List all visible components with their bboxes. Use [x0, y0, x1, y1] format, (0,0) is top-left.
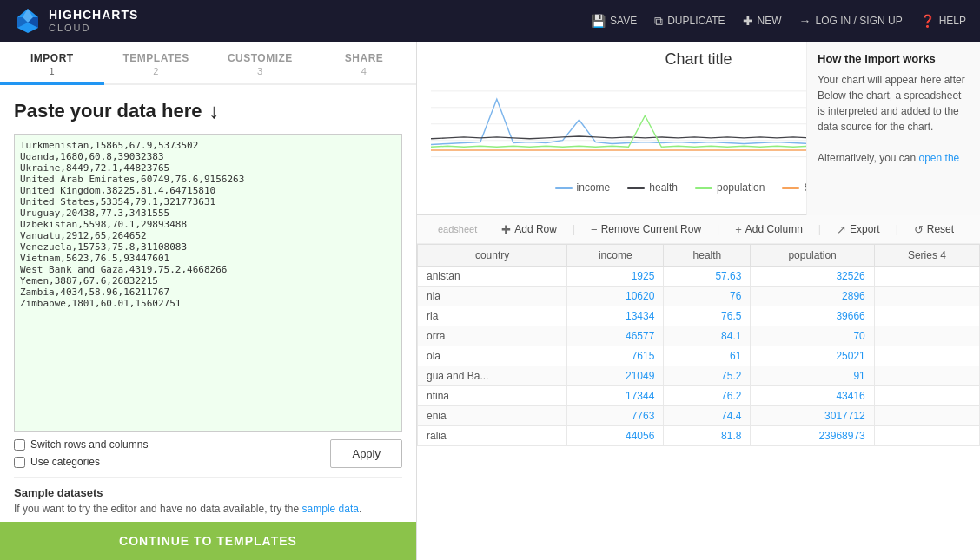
cell-series4	[874, 386, 979, 406]
help-icon: ❓	[920, 14, 935, 28]
sep3: |	[818, 223, 821, 235]
tab-customize[interactable]: CUSTOMIZE 3	[209, 42, 313, 83]
cell-country: nia	[418, 287, 567, 306]
add-row-icon: ✚	[501, 223, 511, 236]
spreadsheet-area[interactable]: eadsheet ✚ Add Row | − Remove Current Ro…	[417, 215, 980, 560]
spreadsheet-label: eadsheet	[427, 221, 487, 238]
cell-population: 91	[751, 366, 874, 386]
legend-health-dot	[627, 187, 645, 189]
sample-datasets-title: Sample datasets	[14, 486, 402, 499]
info-panel: How the import works Your chart will app…	[806, 42, 980, 215]
cell-country: ntina	[418, 386, 567, 406]
spreadsheet-toolbar: eadsheet ✚ Add Row | − Remove Current Ro…	[417, 215, 980, 244]
logo-text: HIGHCHARTS CLOUD	[49, 9, 138, 32]
continue-button[interactable]: CONTINUE TO TEMPLATES	[0, 522, 416, 560]
add-column-button[interactable]: + Add Column	[732, 221, 806, 238]
switch-rows-checkbox[interactable]: Switch rows and columns	[14, 438, 148, 451]
tab-templates[interactable]: TEMPLATES 2	[104, 42, 209, 83]
tab-share[interactable]: SHARE 4	[312, 42, 416, 83]
sample-datasets-desc: If you want to try the editor and have n…	[14, 503, 402, 515]
save-button[interactable]: 💾 SAVE	[591, 14, 637, 28]
use-categories-input[interactable]	[14, 457, 25, 468]
col-country: country	[418, 245, 567, 267]
cell-health: 76.2	[664, 386, 751, 406]
help-label: HELP	[939, 15, 966, 27]
cell-country: ria	[418, 306, 567, 326]
cell-health: 75.2	[664, 366, 751, 386]
duplicate-label: DUPLICATE	[667, 15, 725, 27]
add-column-label: Add Column	[745, 223, 803, 235]
table-row[interactable]: gua and Ba... 21049 75.2 91	[418, 366, 980, 386]
table-row[interactable]: enia 7763 74.4 3017712	[418, 406, 980, 426]
add-row-button[interactable]: ✚ Add Row	[498, 221, 560, 238]
arrow-down-icon: ↓	[209, 99, 219, 123]
table-row[interactable]: nia 10620 76 2896	[418, 287, 980, 306]
table-row[interactable]: ralia 44056 81.8 23968973	[418, 426, 980, 446]
duplicate-button[interactable]: ⧉ DUPLICATE	[654, 14, 725, 29]
cell-country: ralia	[418, 426, 567, 446]
table-row[interactable]: ria 13434 76.5 39666	[418, 306, 980, 326]
add-column-icon: +	[735, 223, 742, 236]
cell-country: gua and Ba...	[418, 366, 567, 386]
cell-country: ola	[418, 346, 567, 366]
table-row[interactable]: ola 7615 61 25021	[418, 346, 980, 366]
sep1: |	[573, 223, 575, 235]
login-button[interactable]: → LOG IN / SIGN UP	[799, 14, 903, 28]
remove-row-icon: −	[591, 223, 598, 236]
main-layout: IMPORT 1 TEMPLATES 2 CUSTOMIZE 3 SHARE 4…	[0, 42, 980, 560]
new-icon: ✚	[743, 14, 753, 28]
export-button[interactable]: ↗ Export	[833, 221, 884, 238]
cell-income: 44056	[567, 426, 664, 446]
switch-rows-input[interactable]	[14, 439, 25, 451]
data-input[interactable]: Turkmenistan,15865,67.9,5373502 Uganda,1…	[14, 134, 402, 432]
help-button[interactable]: ❓ HELP	[920, 14, 966, 28]
table-row[interactable]: ntina 17344 76.2 43416	[418, 386, 980, 406]
reset-label: Reset	[927, 223, 954, 235]
table-row[interactable]: anistan 1925 57.63 32526	[418, 267, 980, 287]
legend-income-dot	[555, 187, 573, 189]
save-label: SAVE	[610, 15, 637, 27]
cell-income: 21049	[567, 366, 664, 386]
cell-income: 1925	[567, 267, 664, 287]
logo-icon	[14, 7, 42, 35]
checkboxes: Switch rows and columns Use categories	[14, 438, 148, 468]
cell-health: 81.8	[664, 426, 751, 446]
paste-title-row: Paste your data here ↓	[14, 99, 402, 123]
new-button[interactable]: ✚ NEW	[743, 14, 782, 28]
add-row-label: Add Row	[514, 223, 557, 235]
legend-income-label: income	[577, 181, 611, 194]
cell-population: 23968973	[751, 426, 874, 446]
cell-population: 43416	[751, 386, 874, 406]
sample-data-link[interactable]: sample data	[302, 503, 359, 515]
legend-income: income	[555, 181, 611, 194]
reset-button[interactable]: ↺ Reset	[910, 221, 957, 238]
apply-button[interactable]: Apply	[330, 439, 402, 468]
table-header-row: country income health population Series …	[418, 245, 980, 267]
nav-actions: 💾 SAVE ⧉ DUPLICATE ✚ NEW → LOG IN / SIGN…	[591, 14, 966, 29]
save-icon: 💾	[591, 14, 606, 28]
cell-health: 84.1	[664, 326, 751, 346]
tab-import[interactable]: IMPORT 1	[0, 42, 104, 83]
info-text1: Your chart will appear here after	[818, 74, 965, 86]
cell-population: 2896	[751, 287, 874, 306]
cell-population: 39666	[751, 306, 874, 326]
info-open-link[interactable]: open the	[919, 152, 960, 164]
cell-series4	[874, 326, 979, 346]
cell-health: 76.5	[664, 306, 751, 326]
data-table: country income health population Series …	[417, 244, 980, 446]
remove-row-button[interactable]: − Remove Current Row	[587, 221, 705, 238]
cell-income: 10620	[567, 287, 664, 306]
info-text2: Below the chart, a spreadsheet	[818, 89, 961, 102]
cell-series4	[874, 267, 979, 287]
cell-population: 25021	[751, 346, 874, 366]
remove-row-label: Remove Current Row	[601, 223, 701, 235]
use-categories-checkbox[interactable]: Use categories	[14, 456, 148, 468]
legend-population-dot	[695, 187, 712, 189]
cell-country: anistan	[418, 267, 567, 287]
logo-cloud: CLOUD	[49, 23, 138, 33]
cell-country: enia	[418, 406, 567, 426]
table-row[interactable]: orra 46577 84.1 70	[418, 326, 980, 346]
paste-title-text: Paste your data here	[14, 100, 202, 122]
use-categories-label: Use categories	[30, 456, 100, 468]
cell-health: 76	[664, 287, 751, 306]
